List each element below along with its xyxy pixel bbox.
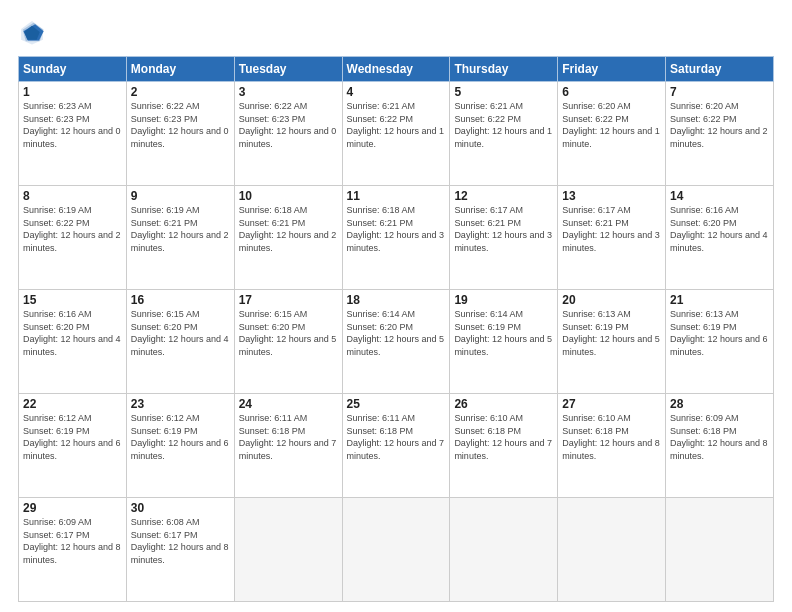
day-info: Sunrise: 6:19 AM Sunset: 6:22 PM Dayligh… — [23, 204, 122, 254]
day-info: Sunrise: 6:11 AM Sunset: 6:18 PM Dayligh… — [239, 412, 338, 462]
table-row: 18 Sunrise: 6:14 AM Sunset: 6:20 PM Dayl… — [342, 290, 450, 394]
day-info: Sunrise: 6:16 AM Sunset: 6:20 PM Dayligh… — [670, 204, 769, 254]
table-row: 1 Sunrise: 6:23 AM Sunset: 6:23 PM Dayli… — [19, 82, 127, 186]
day-number: 25 — [347, 397, 446, 411]
day-number: 16 — [131, 293, 230, 307]
calendar-row: 15 Sunrise: 6:16 AM Sunset: 6:20 PM Dayl… — [19, 290, 774, 394]
day-number: 10 — [239, 189, 338, 203]
day-info: Sunrise: 6:20 AM Sunset: 6:22 PM Dayligh… — [562, 100, 661, 150]
day-info: Sunrise: 6:14 AM Sunset: 6:19 PM Dayligh… — [454, 308, 553, 358]
day-number: 22 — [23, 397, 122, 411]
day-number: 27 — [562, 397, 661, 411]
calendar-row: 8 Sunrise: 6:19 AM Sunset: 6:22 PM Dayli… — [19, 186, 774, 290]
table-row: 3 Sunrise: 6:22 AM Sunset: 6:23 PM Dayli… — [234, 82, 342, 186]
empty-cell — [666, 498, 774, 602]
day-number: 8 — [23, 189, 122, 203]
day-number: 14 — [670, 189, 769, 203]
day-number: 18 — [347, 293, 446, 307]
day-info: Sunrise: 6:20 AM Sunset: 6:22 PM Dayligh… — [670, 100, 769, 150]
weekday-header-row: Sunday Monday Tuesday Wednesday Thursday… — [19, 57, 774, 82]
day-info: Sunrise: 6:18 AM Sunset: 6:21 PM Dayligh… — [347, 204, 446, 254]
table-row: 13 Sunrise: 6:17 AM Sunset: 6:21 PM Dayl… — [558, 186, 666, 290]
day-number: 2 — [131, 85, 230, 99]
day-number: 12 — [454, 189, 553, 203]
day-number: 1 — [23, 85, 122, 99]
day-info: Sunrise: 6:11 AM Sunset: 6:18 PM Dayligh… — [347, 412, 446, 462]
day-number: 21 — [670, 293, 769, 307]
day-info: Sunrise: 6:22 AM Sunset: 6:23 PM Dayligh… — [131, 100, 230, 150]
empty-cell — [342, 498, 450, 602]
day-info: Sunrise: 6:17 AM Sunset: 6:21 PM Dayligh… — [454, 204, 553, 254]
table-row: 23 Sunrise: 6:12 AM Sunset: 6:19 PM Dayl… — [126, 394, 234, 498]
table-row: 12 Sunrise: 6:17 AM Sunset: 6:21 PM Dayl… — [450, 186, 558, 290]
table-row: 10 Sunrise: 6:18 AM Sunset: 6:21 PM Dayl… — [234, 186, 342, 290]
day-info: Sunrise: 6:15 AM Sunset: 6:20 PM Dayligh… — [239, 308, 338, 358]
table-row: 30 Sunrise: 6:08 AM Sunset: 6:17 PM Dayl… — [126, 498, 234, 602]
day-number: 13 — [562, 189, 661, 203]
header-friday: Friday — [558, 57, 666, 82]
day-info: Sunrise: 6:19 AM Sunset: 6:21 PM Dayligh… — [131, 204, 230, 254]
table-row: 7 Sunrise: 6:20 AM Sunset: 6:22 PM Dayli… — [666, 82, 774, 186]
day-info: Sunrise: 6:09 AM Sunset: 6:17 PM Dayligh… — [23, 516, 122, 566]
day-number: 7 — [670, 85, 769, 99]
header-saturday: Saturday — [666, 57, 774, 82]
table-row: 25 Sunrise: 6:11 AM Sunset: 6:18 PM Dayl… — [342, 394, 450, 498]
table-row: 6 Sunrise: 6:20 AM Sunset: 6:22 PM Dayli… — [558, 82, 666, 186]
table-row: 21 Sunrise: 6:13 AM Sunset: 6:19 PM Dayl… — [666, 290, 774, 394]
empty-cell — [450, 498, 558, 602]
day-number: 3 — [239, 85, 338, 99]
header-thursday: Thursday — [450, 57, 558, 82]
day-info: Sunrise: 6:21 AM Sunset: 6:22 PM Dayligh… — [454, 100, 553, 150]
table-row: 22 Sunrise: 6:12 AM Sunset: 6:19 PM Dayl… — [19, 394, 127, 498]
table-row: 9 Sunrise: 6:19 AM Sunset: 6:21 PM Dayli… — [126, 186, 234, 290]
day-info: Sunrise: 6:13 AM Sunset: 6:19 PM Dayligh… — [562, 308, 661, 358]
table-row: 15 Sunrise: 6:16 AM Sunset: 6:20 PM Dayl… — [19, 290, 127, 394]
day-info: Sunrise: 6:22 AM Sunset: 6:23 PM Dayligh… — [239, 100, 338, 150]
day-info: Sunrise: 6:14 AM Sunset: 6:20 PM Dayligh… — [347, 308, 446, 358]
table-row: 2 Sunrise: 6:22 AM Sunset: 6:23 PM Dayli… — [126, 82, 234, 186]
day-info: Sunrise: 6:16 AM Sunset: 6:20 PM Dayligh… — [23, 308, 122, 358]
day-number: 15 — [23, 293, 122, 307]
day-info: Sunrise: 6:21 AM Sunset: 6:22 PM Dayligh… — [347, 100, 446, 150]
day-number: 17 — [239, 293, 338, 307]
header-sunday: Sunday — [19, 57, 127, 82]
table-row: 24 Sunrise: 6:11 AM Sunset: 6:18 PM Dayl… — [234, 394, 342, 498]
day-number: 23 — [131, 397, 230, 411]
table-row: 19 Sunrise: 6:14 AM Sunset: 6:19 PM Dayl… — [450, 290, 558, 394]
day-info: Sunrise: 6:13 AM Sunset: 6:19 PM Dayligh… — [670, 308, 769, 358]
header-monday: Monday — [126, 57, 234, 82]
day-info: Sunrise: 6:10 AM Sunset: 6:18 PM Dayligh… — [454, 412, 553, 462]
day-number: 19 — [454, 293, 553, 307]
day-info: Sunrise: 6:15 AM Sunset: 6:20 PM Dayligh… — [131, 308, 230, 358]
table-row: 26 Sunrise: 6:10 AM Sunset: 6:18 PM Dayl… — [450, 394, 558, 498]
table-row: 5 Sunrise: 6:21 AM Sunset: 6:22 PM Dayli… — [450, 82, 558, 186]
day-info: Sunrise: 6:17 AM Sunset: 6:21 PM Dayligh… — [562, 204, 661, 254]
day-info: Sunrise: 6:12 AM Sunset: 6:19 PM Dayligh… — [23, 412, 122, 462]
table-row: 20 Sunrise: 6:13 AM Sunset: 6:19 PM Dayl… — [558, 290, 666, 394]
empty-cell — [234, 498, 342, 602]
day-number: 29 — [23, 501, 122, 515]
table-row: 28 Sunrise: 6:09 AM Sunset: 6:18 PM Dayl… — [666, 394, 774, 498]
table-row: 17 Sunrise: 6:15 AM Sunset: 6:20 PM Dayl… — [234, 290, 342, 394]
day-number: 20 — [562, 293, 661, 307]
table-row: 27 Sunrise: 6:10 AM Sunset: 6:18 PM Dayl… — [558, 394, 666, 498]
logo-icon — [18, 18, 46, 46]
calendar-row: 22 Sunrise: 6:12 AM Sunset: 6:19 PM Dayl… — [19, 394, 774, 498]
day-info: Sunrise: 6:08 AM Sunset: 6:17 PM Dayligh… — [131, 516, 230, 566]
day-info: Sunrise: 6:18 AM Sunset: 6:21 PM Dayligh… — [239, 204, 338, 254]
table-row: 29 Sunrise: 6:09 AM Sunset: 6:17 PM Dayl… — [19, 498, 127, 602]
day-info: Sunrise: 6:12 AM Sunset: 6:19 PM Dayligh… — [131, 412, 230, 462]
empty-cell — [558, 498, 666, 602]
day-number: 24 — [239, 397, 338, 411]
day-number: 4 — [347, 85, 446, 99]
logo — [18, 18, 50, 46]
day-info: Sunrise: 6:09 AM Sunset: 6:18 PM Dayligh… — [670, 412, 769, 462]
header-tuesday: Tuesday — [234, 57, 342, 82]
day-number: 28 — [670, 397, 769, 411]
calendar-row: 29 Sunrise: 6:09 AM Sunset: 6:17 PM Dayl… — [19, 498, 774, 602]
header-wednesday: Wednesday — [342, 57, 450, 82]
day-number: 5 — [454, 85, 553, 99]
day-info: Sunrise: 6:10 AM Sunset: 6:18 PM Dayligh… — [562, 412, 661, 462]
table-row: 4 Sunrise: 6:21 AM Sunset: 6:22 PM Dayli… — [342, 82, 450, 186]
table-row: 11 Sunrise: 6:18 AM Sunset: 6:21 PM Dayl… — [342, 186, 450, 290]
